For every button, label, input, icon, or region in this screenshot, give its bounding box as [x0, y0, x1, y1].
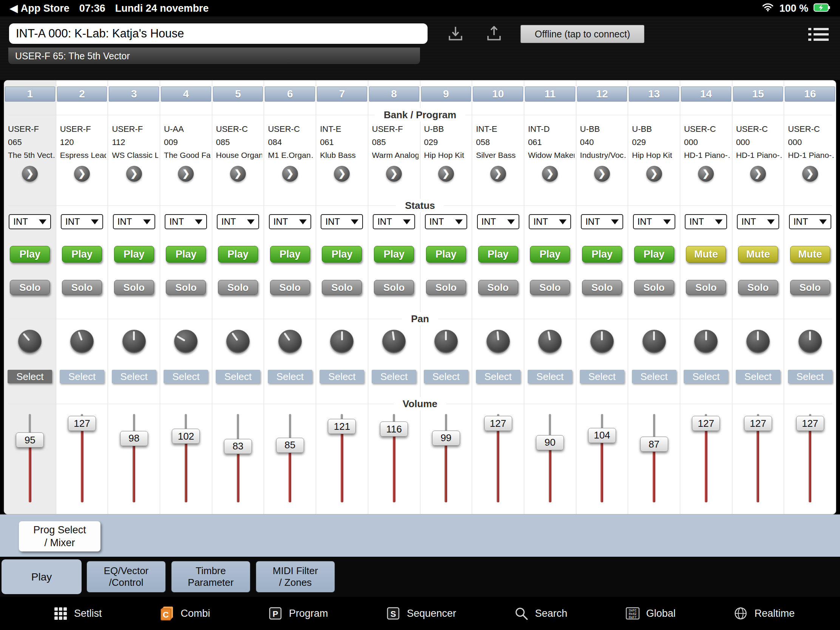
solo-button[interactable]: Solo — [738, 280, 778, 295]
volume-slider[interactable]: 127 — [680, 414, 732, 505]
pan-knob[interactable] — [278, 330, 302, 353]
volume-thumb[interactable]: 127 — [692, 416, 720, 431]
select-button[interactable]: Select — [112, 370, 156, 384]
pan-knob[interactable] — [330, 330, 354, 353]
share-button[interactable] — [484, 24, 504, 44]
volume-thumb[interactable]: 90 — [536, 435, 564, 450]
volume-thumb[interactable]: 102 — [172, 429, 200, 444]
solo-button[interactable]: Solo — [62, 280, 102, 295]
pan-knob[interactable] — [746, 330, 770, 353]
channel-number[interactable]: 15 — [733, 87, 783, 102]
pan-knob[interactable] — [643, 330, 666, 353]
play-mute-button[interactable]: Play — [114, 246, 154, 262]
pan-knob[interactable] — [122, 330, 146, 353]
select-button[interactable]: Select — [60, 370, 104, 384]
channel-number[interactable]: 8 — [369, 87, 419, 102]
channel-number[interactable]: 16 — [785, 87, 835, 102]
solo-button[interactable]: Solo — [322, 280, 362, 295]
solo-button[interactable]: Solo — [10, 280, 50, 295]
status-dropdown[interactable]: INT — [113, 214, 155, 229]
channel-number[interactable]: 13 — [629, 87, 679, 102]
status-dropdown[interactable]: INT — [529, 214, 571, 229]
solo-button[interactable]: Solo — [166, 280, 206, 295]
offline-connect-button[interactable]: Offline (tap to connect) — [521, 25, 644, 43]
play-mute-button[interactable]: Mute — [686, 246, 726, 262]
channel-number[interactable]: 12 — [577, 87, 627, 102]
solo-button[interactable]: Solo — [790, 280, 830, 295]
select-button[interactable]: Select — [268, 370, 313, 384]
select-button[interactable]: Select — [580, 370, 624, 384]
play-mute-button[interactable]: Play — [10, 246, 50, 262]
volume-slider[interactable]: 87 — [628, 414, 680, 505]
program-detail-button[interactable]: ❯ — [542, 166, 558, 182]
program-detail-button[interactable]: ❯ — [594, 166, 610, 182]
volume-slider[interactable]: 102 — [160, 414, 212, 505]
play-mute-button[interactable]: Play — [270, 246, 310, 262]
program-detail-button[interactable]: ❯ — [698, 166, 714, 182]
volume-thumb[interactable]: 121 — [328, 419, 356, 434]
program-detail-button[interactable]: ❯ — [22, 166, 38, 182]
status-dropdown[interactable]: INT — [425, 214, 467, 229]
pan-knob[interactable] — [694, 330, 718, 353]
volume-thumb[interactable]: 87 — [640, 437, 668, 452]
volume-slider[interactable]: 127 — [472, 414, 524, 505]
play-mute-button[interactable]: Mute — [738, 246, 778, 262]
play-mute-button[interactable]: Play — [322, 246, 362, 262]
play-mute-button[interactable]: Play — [426, 246, 466, 262]
program-detail-button[interactable]: ❯ — [126, 166, 142, 182]
status-dropdown[interactable]: INT — [9, 214, 51, 229]
select-button[interactable]: Select — [372, 370, 416, 384]
volume-slider[interactable]: 83 — [212, 414, 264, 505]
volume-thumb[interactable]: 99 — [432, 431, 460, 446]
status-dropdown[interactable]: INT — [581, 214, 623, 229]
volume-thumb[interactable]: 85 — [276, 438, 304, 453]
combi-title-field[interactable]: INT-A 000: K-Lab: Katja's House — [8, 23, 428, 44]
channel-number[interactable]: 5 — [213, 87, 263, 102]
select-button[interactable]: Select — [424, 370, 468, 384]
select-button[interactable]: Select — [319, 370, 364, 384]
select-button[interactable]: Select — [8, 370, 52, 384]
solo-button[interactable]: Solo — [530, 280, 570, 295]
nav-item-search[interactable]: Search — [514, 606, 567, 621]
nav-item-global[interactable]: 3xFC0x420xF7Global — [625, 606, 676, 621]
volume-thumb[interactable]: 127 — [744, 416, 772, 431]
volume-slider[interactable]: 95 — [4, 414, 56, 505]
select-button[interactable]: Select — [788, 370, 832, 384]
status-dropdown[interactable]: INT — [61, 214, 103, 229]
page-tab-timbreparameter[interactable]: TimbreParameter — [171, 561, 251, 593]
channel-number[interactable]: 11 — [525, 87, 575, 102]
volume-slider[interactable]: 127 — [784, 414, 836, 505]
select-button[interactable]: Select — [476, 370, 521, 384]
play-mute-button[interactable]: Play — [374, 246, 414, 262]
page-tab-midi-filter-zones[interactable]: MIDI Filter/ Zones — [255, 561, 335, 593]
solo-button[interactable]: Solo — [218, 280, 258, 295]
volume-slider[interactable]: 121 — [316, 414, 368, 505]
select-button[interactable]: Select — [684, 370, 728, 384]
pan-knob[interactable] — [226, 330, 249, 353]
volume-slider[interactable]: 127 — [733, 414, 784, 505]
select-button[interactable]: Select — [216, 370, 260, 384]
back-to-app-button[interactable]: ◀ App Store — [10, 2, 69, 14]
channel-number[interactable]: 7 — [317, 87, 367, 102]
volume-thumb[interactable]: 98 — [120, 431, 148, 446]
volume-thumb[interactable]: 127 — [796, 416, 824, 431]
select-button[interactable]: Select — [632, 370, 676, 384]
menu-button[interactable] — [807, 27, 829, 43]
nav-item-program[interactable]: PProgram — [268, 606, 328, 621]
channel-number[interactable]: 9 — [421, 87, 471, 102]
status-dropdown[interactable]: INT — [633, 214, 675, 229]
select-button[interactable]: Select — [527, 370, 572, 384]
volume-slider[interactable]: 90 — [524, 414, 576, 505]
program-detail-button[interactable]: ❯ — [802, 166, 818, 182]
volume-thumb[interactable]: 104 — [588, 428, 616, 443]
channel-number[interactable]: 6 — [265, 87, 315, 102]
volume-slider[interactable]: 104 — [576, 414, 628, 505]
channel-number[interactable]: 2 — [57, 87, 107, 102]
play-mute-button[interactable]: Mute — [790, 246, 830, 262]
page-tab-play[interactable]: Play — [2, 559, 82, 594]
volume-thumb[interactable]: 127 — [484, 416, 512, 431]
volume-thumb[interactable]: 83 — [224, 439, 252, 454]
play-mute-button[interactable]: Play — [582, 246, 622, 262]
play-mute-button[interactable]: Play — [478, 246, 518, 262]
pan-knob[interactable] — [70, 330, 94, 353]
